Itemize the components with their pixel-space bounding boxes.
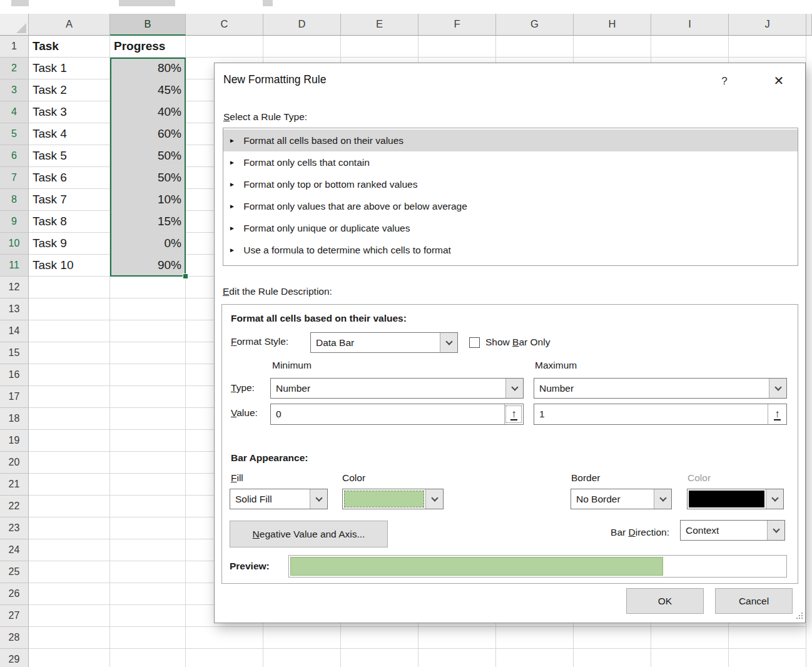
cell-J29[interactable] xyxy=(729,649,806,667)
bar-direction-dropdown[interactable]: Context xyxy=(680,520,785,541)
row-header-6[interactable]: 6 xyxy=(0,145,29,167)
row-header-12[interactable]: 12 xyxy=(0,277,29,298)
cell-B27[interactable] xyxy=(110,605,186,627)
cell-A22[interactable] xyxy=(29,496,110,517)
row-header-11[interactable]: 11 xyxy=(0,255,29,277)
row-header-1[interactable]: 1 xyxy=(0,36,29,58)
row-header-8[interactable]: 8 xyxy=(0,189,29,211)
cell-B21[interactable] xyxy=(110,474,186,496)
cell-B10[interactable]: 0% xyxy=(110,233,186,255)
cell-E28[interactable] xyxy=(341,627,419,649)
cell-A20[interactable] xyxy=(29,452,110,474)
cell-A21[interactable] xyxy=(29,474,110,496)
cell-B7[interactable]: 50% xyxy=(110,167,186,189)
row-header-21[interactable]: 21 xyxy=(0,474,29,496)
cell-B23[interactable] xyxy=(110,517,186,539)
minimum-value-field[interactable]: 0 ↑ xyxy=(270,404,524,425)
close-icon[interactable]: ✕ xyxy=(766,69,791,93)
cell-B14[interactable] xyxy=(110,320,186,342)
row-header-15[interactable]: 15 xyxy=(0,342,29,364)
cell-C28[interactable] xyxy=(186,627,263,649)
cell-B29[interactable] xyxy=(110,649,186,667)
cell-A26[interactable] xyxy=(29,583,110,605)
rule-type-option-formula[interactable]: ► Use a formula to determine which cells… xyxy=(223,239,798,261)
row-header-13[interactable]: 13 xyxy=(0,298,29,320)
cell-B3[interactable]: 45% xyxy=(110,79,186,101)
rule-type-option-unique-duplicate[interactable]: ► Format only unique or duplicate values xyxy=(223,217,798,239)
row-header-29[interactable]: 29 xyxy=(0,649,29,667)
cell-B16[interactable] xyxy=(110,364,186,386)
cell-A11[interactable]: Task 10 xyxy=(29,255,110,277)
cell-E1[interactable] xyxy=(341,36,419,58)
cell-A9[interactable]: Task 8 xyxy=(29,211,110,233)
cell-J1[interactable] xyxy=(729,36,806,58)
cell-D29[interactable] xyxy=(263,649,341,667)
cell-A4[interactable]: Task 3 xyxy=(29,101,110,123)
cell-A14[interactable] xyxy=(29,320,110,342)
row-header-24[interactable]: 24 xyxy=(0,539,29,561)
help-icon[interactable]: ? xyxy=(715,72,734,91)
cell-A5[interactable]: Task 4 xyxy=(29,123,110,145)
row-header-16[interactable]: 16 xyxy=(0,364,29,386)
border-color-dropdown[interactable] xyxy=(687,489,784,509)
cell-B9[interactable]: 15% xyxy=(110,211,186,233)
cell-A12[interactable] xyxy=(29,277,110,298)
fill-handle[interactable] xyxy=(183,273,188,279)
cell-B13[interactable] xyxy=(110,298,186,320)
cell-I28[interactable] xyxy=(651,627,729,649)
cell-A24[interactable] xyxy=(29,539,110,561)
cell-A29[interactable] xyxy=(29,649,110,667)
column-header-D[interactable]: D xyxy=(263,14,341,36)
border-dropdown[interactable]: No Border xyxy=(571,489,672,509)
cell-A6[interactable]: Task 5 xyxy=(29,145,110,167)
rule-type-option-top-bottom-ranked[interactable]: ► Format only top or bottom ranked value… xyxy=(223,173,798,195)
cell-A13[interactable] xyxy=(29,298,110,320)
show-bar-only-checkbox[interactable] xyxy=(469,337,480,348)
cell-A17[interactable] xyxy=(29,386,110,408)
cell-B1[interactable]: Progress xyxy=(110,36,186,58)
cell-B19[interactable] xyxy=(110,430,186,452)
fill-color-dropdown[interactable] xyxy=(342,489,444,509)
row-header-5[interactable]: 5 xyxy=(0,123,29,145)
row-header-22[interactable]: 22 xyxy=(0,496,29,517)
row-header-7[interactable]: 7 xyxy=(0,167,29,189)
column-header-A[interactable]: A xyxy=(29,14,110,36)
row-header-4[interactable]: 4 xyxy=(0,101,29,123)
minimum-range-picker-button[interactable]: ↑ xyxy=(504,404,523,424)
cell-H29[interactable] xyxy=(574,649,651,667)
cell-B5[interactable]: 60% xyxy=(110,123,186,145)
cell-C1[interactable] xyxy=(186,36,263,58)
cell-F28[interactable] xyxy=(419,627,496,649)
column-header-E[interactable]: E xyxy=(341,14,419,36)
cell-J28[interactable] xyxy=(729,627,806,649)
cell-A8[interactable]: Task 7 xyxy=(29,189,110,211)
cell-B2[interactable]: 80% xyxy=(110,58,186,79)
cell-A1[interactable]: Task xyxy=(29,36,110,58)
rule-type-option-above-below-average[interactable]: ► Format only values that are above or b… xyxy=(223,195,798,217)
maximum-range-picker-button[interactable]: ↑ xyxy=(768,404,786,424)
cell-A28[interactable] xyxy=(29,627,110,649)
cell-B12[interactable] xyxy=(110,277,186,298)
cell-H1[interactable] xyxy=(574,36,651,58)
chevron-down-icon[interactable] xyxy=(767,521,784,540)
column-header-H[interactable]: H xyxy=(574,14,651,36)
row-header-3[interactable]: 3 xyxy=(0,79,29,101)
cell-A27[interactable] xyxy=(29,605,110,627)
cell-B18[interactable] xyxy=(110,408,186,430)
column-header-J[interactable]: J xyxy=(729,14,806,36)
chevron-down-icon[interactable] xyxy=(425,489,443,509)
maximum-value-field[interactable]: 1 ↑ xyxy=(534,404,787,425)
cell-B28[interactable] xyxy=(110,627,186,649)
cell-A10[interactable]: Task 9 xyxy=(29,233,110,255)
cell-B11[interactable]: 90% xyxy=(110,255,186,277)
row-header-19[interactable]: 19 xyxy=(0,430,29,452)
row-header-23[interactable]: 23 xyxy=(0,517,29,539)
cell-D1[interactable] xyxy=(263,36,341,58)
row-header-9[interactable]: 9 xyxy=(0,211,29,233)
row-header-27[interactable]: 27 xyxy=(0,605,29,627)
format-style-dropdown[interactable]: Data Bar xyxy=(310,332,458,353)
minimum-type-dropdown[interactable]: Number xyxy=(270,378,524,399)
column-header-B[interactable]: B xyxy=(110,14,186,36)
cell-G29[interactable] xyxy=(496,649,574,667)
row-header-10[interactable]: 10 xyxy=(0,233,29,255)
